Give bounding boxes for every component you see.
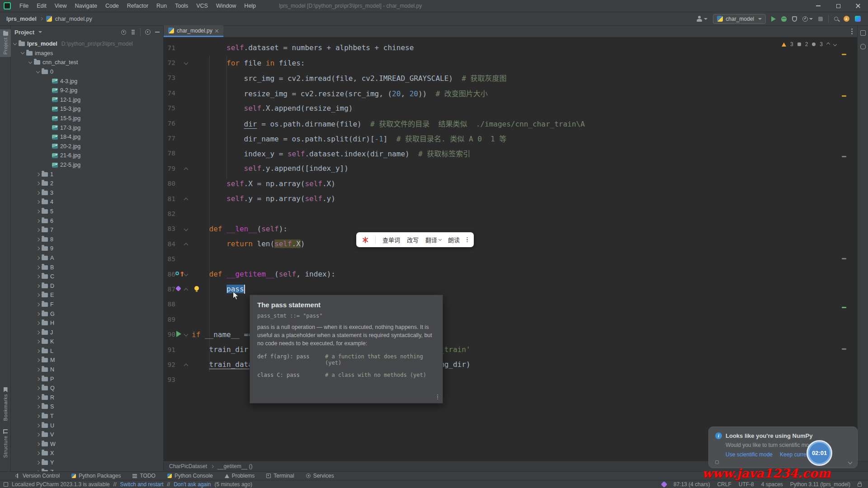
inspections-widget[interactable]: 3 2 3 bbox=[782, 41, 836, 47]
line-number[interactable]: 79 bbox=[164, 165, 175, 172]
tool-window-problems[interactable]: Problems bbox=[225, 473, 255, 479]
tool-window-services[interactable]: Services bbox=[306, 473, 334, 479]
chevron-collapsed-icon[interactable] bbox=[36, 414, 40, 418]
stop-button[interactable] bbox=[818, 17, 823, 21]
chevron-collapsed-icon[interactable] bbox=[36, 247, 40, 250]
tree-item-V[interactable]: V bbox=[11, 430, 163, 440]
tree-item-20-2.jpg[interactable]: 20-2.jpg bbox=[11, 142, 163, 151]
tree-item-J[interactable]: J bbox=[11, 328, 163, 337]
notification-settings-icon[interactable] bbox=[715, 460, 719, 464]
project-panel-title-wrap[interactable]: Project bbox=[14, 29, 42, 36]
tree-item-X[interactable]: X bbox=[11, 449, 163, 458]
tree-item-A[interactable]: A bbox=[11, 253, 163, 263]
code-line-85[interactable]: 85 bbox=[164, 251, 857, 266]
code-line-80[interactable]: 80 self.X = np.array(self.X) bbox=[164, 176, 857, 191]
code-line-86[interactable]: 86 def __getitem__(self, index): bbox=[164, 267, 857, 282]
code-line-83[interactable]: 83 def __len__(self): bbox=[164, 221, 857, 236]
code-line-73[interactable]: 73 src_img = cv2.imread(file, cv2.IMREAD… bbox=[164, 70, 857, 85]
coverage-button[interactable] bbox=[792, 16, 797, 22]
tree-item-C[interactable]: C bbox=[11, 272, 163, 282]
tree-item-M[interactable]: M bbox=[11, 356, 163, 365]
search-everywhere-button[interactable] bbox=[834, 17, 838, 21]
ai-assistant-icon[interactable] bbox=[661, 481, 667, 487]
chevron-collapsed-icon[interactable] bbox=[36, 321, 40, 325]
tool-window-terminal[interactable]: Terminal bbox=[266, 473, 294, 479]
line-number[interactable]: 80 bbox=[164, 180, 175, 187]
chevron-collapsed-icon[interactable] bbox=[36, 210, 40, 213]
tool-window-project[interactable]: Project bbox=[0, 29, 11, 57]
code-line-71[interactable]: 71 self.dataset = numbers + alphbets + c… bbox=[164, 40, 857, 55]
dont-ask-link[interactable]: Don't ask again bbox=[174, 481, 211, 488]
line-number[interactable]: 93 bbox=[164, 376, 175, 383]
line-number[interactable]: 89 bbox=[164, 316, 175, 323]
nav-crumb-project[interactable]: lprs_model bbox=[6, 16, 37, 22]
minimize-button[interactable] bbox=[808, 0, 828, 12]
tree-item-8[interactable]: 8 bbox=[11, 235, 163, 244]
nav-crumb-file[interactable]: char_model.py bbox=[55, 16, 92, 22]
use-scientific-mode-link[interactable]: Use scientific mode bbox=[726, 451, 773, 458]
line-number[interactable]: 92 bbox=[164, 361, 175, 368]
line-number[interactable]: 81 bbox=[164, 195, 175, 202]
chevron-collapsed-icon[interactable] bbox=[36, 433, 40, 436]
code-line-76[interactable]: 76 dir = os.path.dirname(file) # 获取文件的目录… bbox=[164, 116, 857, 131]
tree-item-9[interactable]: 9 bbox=[11, 244, 163, 253]
tree-item-lprs_model[interactable]: lprs_modelD:\python_pro\pr3\lprs_model bbox=[11, 39, 163, 49]
tree-item-R[interactable]: R bbox=[11, 393, 163, 403]
tree-item-F[interactable]: F bbox=[11, 300, 163, 310]
menu-tools[interactable]: Tools bbox=[171, 0, 192, 12]
hide-panel-button[interactable] bbox=[155, 32, 160, 33]
prev-problem-icon[interactable] bbox=[826, 42, 830, 46]
tree-item-2[interactable]: 2 bbox=[11, 179, 163, 188]
code-line-74[interactable]: 74 resize_img = cv2.resize(src_img, (20,… bbox=[164, 85, 857, 100]
chevron-collapsed-icon[interactable] bbox=[36, 461, 40, 465]
tool-window-switcher-icon[interactable] bbox=[4, 482, 8, 487]
tool-window-bookmarks[interactable]: Bookmarks bbox=[0, 387, 11, 421]
chevron-expanded-icon[interactable] bbox=[21, 51, 24, 54]
menu-window[interactable]: Window bbox=[212, 0, 240, 12]
tree-item-N[interactable]: N bbox=[11, 365, 163, 375]
chevron-collapsed-icon[interactable] bbox=[36, 228, 40, 232]
tree-item-5[interactable]: 5 bbox=[11, 207, 163, 216]
line-number[interactable]: 90 bbox=[164, 331, 175, 338]
code-line-84[interactable]: 84 return len(self.X) bbox=[164, 236, 857, 251]
chevron-collapsed-icon[interactable] bbox=[36, 349, 40, 353]
run-button[interactable] bbox=[771, 16, 776, 22]
locate-file-button[interactable] bbox=[121, 30, 126, 35]
chevron-collapsed-icon[interactable] bbox=[36, 219, 40, 222]
run-config-selector[interactable]: char_model bbox=[713, 14, 766, 24]
line-number[interactable]: 85 bbox=[164, 255, 175, 263]
tree-item-W[interactable]: W bbox=[11, 440, 163, 449]
scrollbar-mark[interactable] bbox=[842, 156, 846, 157]
menu-view[interactable]: View bbox=[51, 0, 71, 12]
menu-refactor[interactable]: Refactor bbox=[123, 0, 152, 12]
override-method-icon[interactable] bbox=[175, 272, 179, 275]
tree-item-9-2.jpg[interactable]: 9-2.jpg bbox=[11, 86, 163, 95]
doc-more-icon[interactable] bbox=[437, 394, 439, 400]
chevron-collapsed-icon[interactable] bbox=[36, 284, 40, 287]
update-available-button[interactable] bbox=[844, 16, 849, 22]
tree-item-Z[interactable]: Z bbox=[11, 467, 163, 471]
fold-region-icon[interactable] bbox=[184, 61, 189, 65]
tool-window-structure[interactable]: Structure bbox=[0, 429, 11, 458]
chevron-collapsed-icon[interactable] bbox=[36, 396, 40, 399]
line-number[interactable]: 77 bbox=[164, 135, 175, 142]
fold-end-icon[interactable] bbox=[184, 288, 189, 293]
tree-item-E[interactable]: E bbox=[11, 291, 163, 300]
fold-region-icon[interactable] bbox=[184, 272, 189, 276]
translate-action-3[interactable]: 朗读 bbox=[448, 235, 460, 244]
ai-assistant-gutter-icon[interactable] bbox=[175, 286, 181, 291]
tree-item-L[interactable]: L bbox=[11, 347, 163, 356]
fold-end-icon[interactable] bbox=[184, 197, 189, 202]
line-number[interactable]: 87 bbox=[164, 286, 175, 293]
line-number[interactable]: 71 bbox=[164, 44, 175, 52]
line-number[interactable]: 73 bbox=[164, 74, 175, 81]
close-button[interactable] bbox=[848, 0, 868, 12]
chevron-collapsed-icon[interactable] bbox=[36, 256, 40, 260]
tab-close-icon[interactable] bbox=[215, 29, 219, 33]
run-gutter-icon[interactable] bbox=[176, 331, 181, 337]
fold-region-icon[interactable] bbox=[184, 332, 189, 337]
tab-char-model[interactable]: char_model.py bbox=[164, 25, 223, 37]
tool-window-python-packages[interactable]: Python Packages bbox=[71, 473, 121, 479]
code-line-82[interactable]: 82 bbox=[164, 206, 857, 221]
tree-item-21-6.jpg[interactable]: 21-6.jpg bbox=[11, 151, 163, 160]
